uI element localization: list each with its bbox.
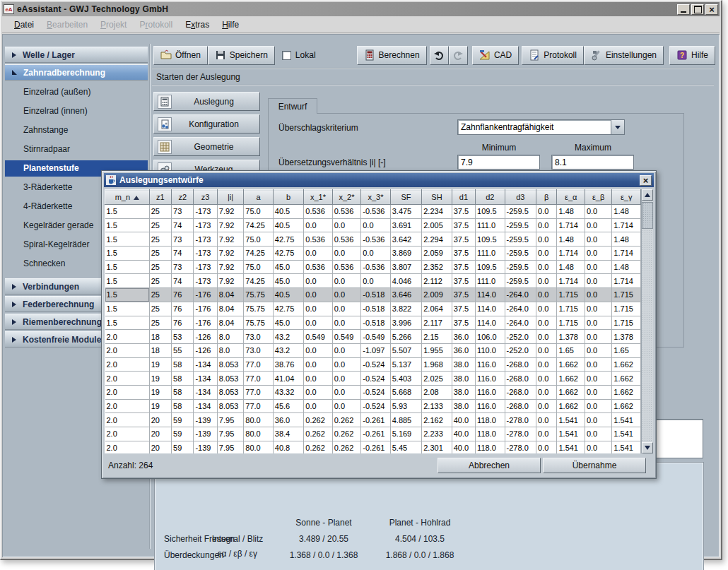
table-cell[interactable]: 0.0 <box>332 247 360 261</box>
table-cell[interactable]: 37.5 <box>452 232 475 247</box>
table-cell[interactable]: 0.0 <box>585 413 611 427</box>
table-cell[interactable]: 0.0 <box>304 357 332 372</box>
table-cell[interactable]: 2.301 <box>422 441 452 453</box>
table-cell[interactable]: 1.5 <box>105 302 150 316</box>
table-cell[interactable]: 7.92 <box>217 260 243 274</box>
table-cell[interactable]: 7.95 <box>217 427 243 441</box>
table-cell[interactable]: 1.5 <box>105 205 150 219</box>
table-cell[interactable]: 18 <box>149 343 171 357</box>
table-cell[interactable]: 53 <box>172 330 194 344</box>
table-cell[interactable]: -259.5 <box>505 274 536 288</box>
table-cell[interactable]: 106.0 <box>476 330 505 344</box>
table-cell[interactable]: 0.0 <box>585 218 611 232</box>
table-cell[interactable]: 75.0 <box>244 260 273 274</box>
table-cell[interactable]: 0.536 <box>304 232 332 247</box>
maximize-icon[interactable] <box>691 4 704 15</box>
table-cell[interactable]: -0.536 <box>361 232 390 247</box>
table-cell[interactable]: -173 <box>194 218 217 232</box>
column-header-i[interactable]: |i| <box>217 190 243 205</box>
table-cell[interactable]: -259.5 <box>505 205 536 219</box>
table-cell[interactable]: 18 <box>149 330 171 344</box>
table-cell[interactable]: 58 <box>172 372 194 386</box>
column-header-x-3[interactable]: x_3* <box>361 190 390 205</box>
table-row[interactable]: 1.52573-1737.9275.042.750.5360.536-0.536… <box>105 232 641 247</box>
table-cell[interactable]: 0.262 <box>332 441 360 453</box>
table-cell[interactable]: 38.0 <box>452 372 475 386</box>
table-cell[interactable]: -259.5 <box>505 232 536 247</box>
table-cell[interactable]: 25 <box>149 288 171 302</box>
table-cell[interactable]: 59 <box>172 427 194 441</box>
table-cell[interactable]: 0.0 <box>536 330 557 344</box>
table-row[interactable]: 2.01958-1348.05377.041.040.00.0-0.5245.4… <box>105 372 641 386</box>
table-cell[interactable]: 76 <box>172 302 194 316</box>
table-cell[interactable]: 1.715 <box>612 316 641 330</box>
table-cell[interactable]: 1.715 <box>557 288 585 302</box>
table-cell[interactable]: 2.0 <box>105 343 150 357</box>
table-cell[interactable]: 0.0 <box>304 399 332 413</box>
table-cell[interactable]: 0.0 <box>332 302 360 316</box>
scrollbar-thumb[interactable] <box>642 202 653 229</box>
table-cell[interactable]: 45.0 <box>273 260 304 274</box>
table-cell[interactable]: 37.5 <box>452 205 475 219</box>
table-cell[interactable]: 40.0 <box>452 441 475 453</box>
local-checkbox[interactable] <box>282 51 291 60</box>
close-icon[interactable] <box>705 4 718 15</box>
table-cell[interactable]: 37.5 <box>452 302 475 316</box>
save-button[interactable]: Speichern <box>208 46 275 65</box>
table-cell[interactable]: -0.518 <box>361 316 390 330</box>
table-cell[interactable]: 36.0 <box>273 413 304 427</box>
table-cell[interactable]: 1.662 <box>612 385 641 399</box>
table-cell[interactable]: 0.0 <box>536 260 557 274</box>
table-row[interactable]: 1.52573-1737.9275.040.50.5360.536-0.5363… <box>105 205 641 219</box>
table-cell[interactable]: 38.0 <box>452 385 475 399</box>
table-cell[interactable]: 0.0 <box>585 316 611 330</box>
table-cell[interactable]: 2.162 <box>422 413 452 427</box>
table-cell[interactable]: 0.0 <box>536 274 557 288</box>
sidebar-section-welle-lager[interactable]: Welle / Lager <box>5 47 148 63</box>
table-cell[interactable]: 0.0 <box>536 205 557 219</box>
table-cell[interactable]: 40.0 <box>452 413 475 427</box>
table-cell[interactable]: 1.714 <box>557 218 585 232</box>
table-cell[interactable]: 8.04 <box>217 288 243 302</box>
table-row[interactable]: 1.52574-1737.9274.2545.00.00.00.04.0462.… <box>105 274 641 288</box>
table-cell[interactable]: 45.0 <box>273 274 304 288</box>
table-cell[interactable]: 0.0 <box>536 247 557 261</box>
help-button[interactable]: ? Hilfe <box>669 46 715 65</box>
table-cell[interactable]: 0.0 <box>585 288 611 302</box>
table-cell[interactable]: 0.0 <box>332 399 360 413</box>
table-cell[interactable]: -0.536 <box>361 260 390 274</box>
column-header-x-1[interactable]: x_1* <box>304 190 332 205</box>
table-row[interactable]: 2.02059-1397.9580.040.80.2620.262-0.2615… <box>105 441 641 453</box>
table-cell[interactable]: 1.662 <box>557 385 585 399</box>
table-row[interactable]: 2.01855-1268.073.043.20.00.0-1.0975.5071… <box>105 343 641 357</box>
table-cell[interactable]: 3.996 <box>390 316 422 330</box>
table-cell[interactable]: 43.2 <box>273 330 304 344</box>
menu-item-extras[interactable]: Extras <box>180 18 215 32</box>
table-cell[interactable]: 5.507 <box>390 343 422 357</box>
table-cell[interactable]: -134 <box>194 385 217 399</box>
table-cell[interactable]: 1.65 <box>612 343 641 357</box>
table-cell[interactable]: 109.5 <box>476 232 505 247</box>
table-cell[interactable]: 3.822 <box>390 302 422 316</box>
table-row[interactable]: 2.02059-1397.9580.036.00.2620.262-0.2614… <box>105 413 641 427</box>
table-cell[interactable]: -173 <box>194 232 217 247</box>
table-cell[interactable]: 0.0 <box>332 385 360 399</box>
table-cell[interactable]: -264.0 <box>505 302 536 316</box>
column-header-z3[interactable]: z3 <box>194 190 217 205</box>
table-cell[interactable]: 5.137 <box>390 357 422 372</box>
cad-button[interactable]: CAD <box>472 46 519 65</box>
table-cell[interactable]: 0.0 <box>585 330 611 344</box>
table-cell[interactable]: -0.518 <box>361 288 390 302</box>
table-cell[interactable]: -268.0 <box>505 385 536 399</box>
table-cell[interactable]: 1.5 <box>105 288 150 302</box>
table-cell[interactable]: 25 <box>149 247 171 261</box>
table-cell[interactable]: 2.0 <box>105 427 150 441</box>
table-cell[interactable]: 3.642 <box>390 232 422 247</box>
table-cell[interactable]: 110.0 <box>476 343 505 357</box>
table-cell[interactable]: -0.524 <box>361 372 390 386</box>
table-cell[interactable]: 38.0 <box>452 357 475 372</box>
table-cell[interactable]: 1.48 <box>612 205 641 219</box>
table-cell[interactable]: 25 <box>149 218 171 232</box>
table-cell[interactable]: 114.0 <box>476 302 505 316</box>
minimize-icon[interactable] <box>677 4 690 15</box>
